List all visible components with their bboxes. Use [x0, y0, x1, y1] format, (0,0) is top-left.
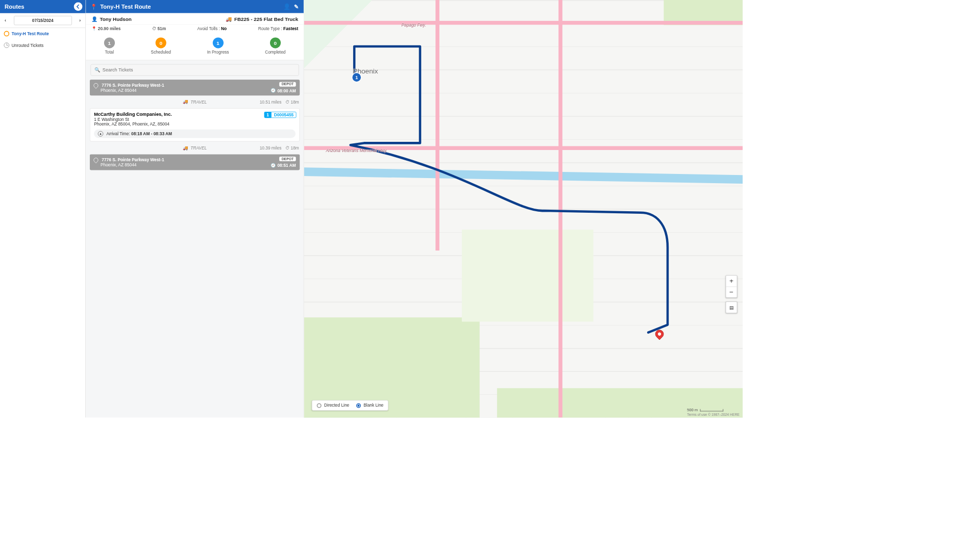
route-type-value: Fastest	[283, 27, 298, 31]
depot-addr1: 7776 S. Pointe Parkway West-1	[102, 157, 164, 162]
travel-segment: 🚚 TRAVEL 10.39 miles ⏱ 18m	[90, 145, 300, 151]
map-scale: 500 m	[687, 408, 723, 412]
date-next-button[interactable]: ›	[77, 16, 83, 24]
avoid-tolls-value: No	[221, 27, 227, 31]
status-count: 1	[212, 38, 223, 48]
status-count: 0	[270, 38, 281, 48]
travel1-dur: 18m	[291, 99, 299, 104]
stop-card[interactable]: 1 D0005455 McCarthy Building Companies, …	[90, 108, 300, 141]
edit-icon[interactable]: ✎	[294, 3, 299, 10]
line-style-toggle: Directed Line Blank Line	[312, 400, 388, 411]
avoid-tolls-label: Avoid Tolls :	[198, 27, 220, 31]
stopwatch-icon: ⏱	[152, 27, 156, 31]
date-navigator: ‹ 07/15/2024 ›	[0, 13, 85, 28]
depot-end-time: 08:51 AM	[277, 163, 296, 167]
clock-icon: 🕗	[271, 163, 276, 168]
status-label: Scheduled	[151, 50, 171, 55]
stop-addr2: Phoenix, AZ 85004, Phoenix, AZ, 85004	[94, 122, 296, 127]
stop-ticket[interactable]: D0005455	[271, 112, 296, 118]
status-label: Completed	[265, 50, 285, 55]
panel-title: Tony-H Test Route	[100, 3, 151, 10]
back-icon[interactable]	[74, 3, 83, 11]
directed-line-option[interactable]: Directed Line	[317, 403, 350, 408]
travel-segment: 🚚 TRAVEL 10.51 miles ⏱ 18m	[90, 99, 300, 105]
depot-badge: DEPOT	[279, 157, 296, 161]
depot-badge: DEPOT	[279, 82, 296, 87]
depot-addr2: Phoenix, AZ 85044	[101, 162, 136, 167]
route-type-label: Route Type :	[258, 27, 282, 31]
truck-icon: 🚚	[226, 16, 232, 22]
search-input[interactable]	[90, 64, 299, 76]
distance-icon: 📍	[91, 27, 97, 31]
travel-label: TRAVEL	[190, 99, 207, 104]
reassign-icon[interactable]: 👤	[283, 3, 290, 10]
status-count: 1	[104, 38, 115, 48]
arrival-label: Arrival Time:	[106, 132, 130, 136]
travel-icon: 🚚	[183, 145, 188, 151]
map-pin-icon	[93, 82, 100, 89]
highway-label: Arizona Veterans Memorial Hwy.	[326, 148, 387, 153]
route-item-label: Unrouted Tickets	[12, 43, 44, 47]
status-count: 0	[156, 38, 166, 48]
depot-start-card[interactable]: DEPOT 🕗 08:00 AM 7776 S. Pointe Parkway …	[90, 80, 300, 95]
map-pin-icon	[93, 157, 100, 163]
map-canvas[interactable]: Phoenix Papago Fwy. Arizona Veterans Mem…	[304, 0, 743, 417]
route-item-unrouted[interactable]: Unrouted Tickets	[0, 39, 85, 51]
status-row: 1 Total0 Scheduled1 In Progress0 Complet…	[86, 35, 304, 60]
depot-end-card[interactable]: DEPOT 🕗 08:51 AM 7776 S. Pointe Parkway …	[90, 154, 300, 170]
status-completed[interactable]: 0 Completed	[265, 38, 285, 55]
date-field[interactable]: 07/15/2024	[14, 16, 72, 25]
route-duration: 51m	[157, 27, 166, 31]
blank-line-option[interactable]: Blank Line	[356, 403, 383, 408]
depot-addr1: 7776 S. Pointe Parkway West-1	[102, 83, 164, 87]
travel2-dur: 18m	[291, 145, 299, 150]
travel-label: TRAVEL	[190, 145, 207, 150]
stop-seq: 1	[264, 112, 272, 118]
panel-header: 📍 Tony-H Test Route 👤 ✎	[86, 0, 304, 13]
status-dot-icon: ▲	[98, 131, 104, 137]
status-total[interactable]: 1 Total	[104, 38, 115, 55]
route-item-label: Tony-H Test Route	[12, 31, 49, 36]
zoom-in-button[interactable]: +	[726, 276, 737, 286]
map-attribution: Terms of use © 1987–2024 HERE	[687, 413, 740, 417]
status-scheduled[interactable]: 0 Scheduled	[151, 38, 171, 55]
travel1-dist: 10.51 miles	[260, 99, 282, 104]
search-icon: 🔍	[94, 67, 100, 73]
arrival-time: 08:18 AM - 08:33 AM	[131, 132, 172, 136]
zoom-control: + −	[726, 276, 738, 298]
route-ring-icon	[4, 31, 10, 37]
person-icon: 👤	[91, 16, 97, 22]
clock-icon	[4, 42, 10, 48]
pin-icon: 📍	[90, 4, 97, 10]
sidebar-title: Routes	[5, 3, 24, 10]
zoom-out-button[interactable]: −	[726, 287, 737, 297]
route-distance: 20.90 miles	[98, 27, 120, 31]
depot-start-time: 08:00 AM	[277, 88, 296, 93]
vehicle-name: FB225 - 225 Flat Bed Truck	[234, 16, 298, 22]
travel2-dist: 10.39 miles	[260, 145, 282, 150]
clock-icon: 🕗	[271, 88, 276, 93]
driver-name: Tony Hudson	[100, 16, 132, 22]
depot-addr2: Phoenix, AZ 85044	[101, 88, 136, 92]
travel-icon: 🚚	[183, 99, 188, 105]
layers-button[interactable]: ▤	[726, 302, 738, 313]
status-in-progress[interactable]: 1 In Progress	[207, 38, 229, 55]
highway-label: Papago Fwy.	[401, 23, 426, 28]
date-prev-button[interactable]: ‹	[3, 16, 9, 24]
route-item-active[interactable]: Tony-H Test Route	[0, 28, 85, 40]
status-label: Total	[104, 50, 115, 55]
status-label: In Progress	[207, 50, 229, 55]
route-polyline	[304, 0, 743, 417]
stop-marker-1[interactable]: 1	[352, 72, 362, 83]
sidebar-header: Routes	[0, 0, 85, 13]
